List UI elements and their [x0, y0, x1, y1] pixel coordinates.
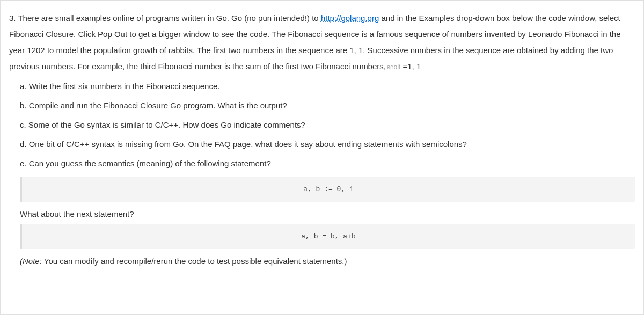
code-block-1-wrap: a, b := 0, 1 — [20, 177, 635, 202]
golang-link[interactable]: http://golang.org — [321, 13, 379, 23]
question-number: 3. — [9, 13, 16, 23]
code-block-2-wrap: a, b = b, a+b — [20, 224, 635, 249]
note: (Note: You can modify and recompile/reru… — [20, 257, 635, 266]
code-block-1: a, b := 0, 1 — [20, 177, 635, 202]
item-b: b. Compile and run the Fibonacci Closure… — [20, 99, 635, 112]
question-intro: 3. There are small examples online of pr… — [9, 10, 635, 75]
note-body: You can modify and recompile/rerun the c… — [42, 257, 347, 266]
page-container: 3. There are small examples online of pr… — [0, 0, 644, 315]
item-c: c. Some of the Go syntax is similar to C… — [20, 119, 635, 131]
code-block-2: a, b = b, a+b — [20, 224, 635, 249]
watermark-text: tions — [387, 61, 400, 74]
sub-items: a. Write the first six numbers in the Fi… — [20, 80, 635, 266]
item-d: d. One bit of C/C++ syntax is missing fr… — [20, 138, 635, 151]
item-e: e. Can you guess the semantics (meaning)… — [20, 157, 635, 170]
item-a: a. Write the first six numbers in the Fi… — [20, 80, 635, 93]
intro-text-pre: There are small examples online of progr… — [18, 13, 320, 23]
note-label: (Note: — [20, 257, 42, 266]
follow-up-text: What about the next statement? — [20, 209, 635, 218]
intro-tail: =1, 1 — [400, 62, 421, 71]
